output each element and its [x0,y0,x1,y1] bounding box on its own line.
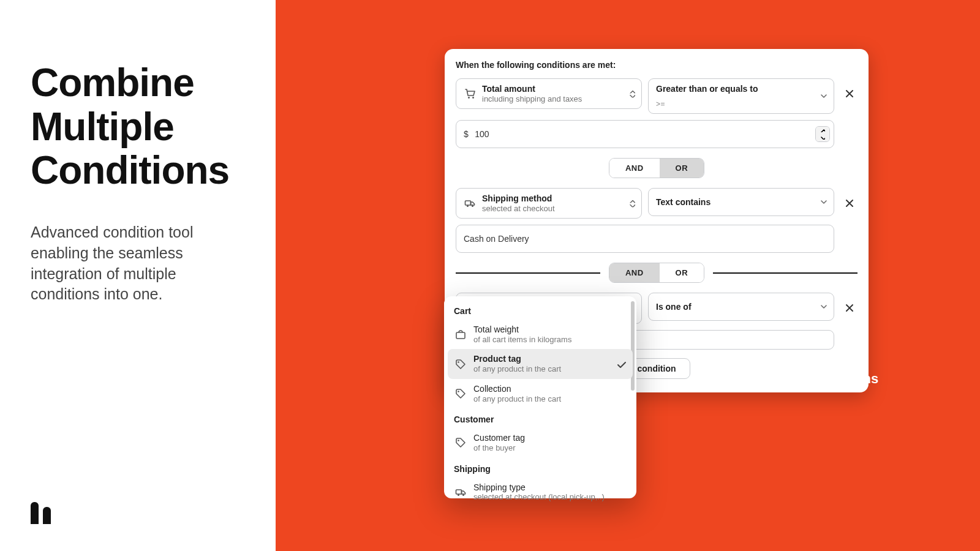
divider [456,272,600,274]
page-subtitle: Advanced condition tool enabling the sea… [31,222,245,305]
join-or-button[interactable]: OR [660,159,704,178]
join-or-button[interactable]: OR [660,263,704,282]
dropdown-item-sub: selected at checkout (local pick-up,..) [473,492,605,502]
currency-prefix: $ [464,129,469,139]
dropdown-item-sub: of any product in the cart [473,364,561,374]
title-line: Conditions [31,148,229,192]
dropdown-item-title: Shipping type [473,482,605,493]
weight-icon [454,328,467,341]
operator-title: Greater than or equals to [656,84,758,94]
remove-condition-button[interactable] [840,299,858,316]
amount-stepper [815,126,830,142]
tag-icon [454,358,467,371]
dropdown-item-collection[interactable]: Collection of any product in the cart [448,379,633,408]
operator-title: Is one of [656,302,692,312]
dropdown-item-sub: of any product in the cart [473,394,561,404]
page-title: Combine Multiple Conditions [31,61,245,193]
join-toggle: AND OR [609,158,704,178]
remove-condition-button[interactable] [840,84,858,102]
remove-condition-button[interactable] [840,194,858,211]
dropdown-item-title: Product tag [473,354,561,364]
operator-select[interactable]: Greater than or equals to >= [648,78,834,114]
truck-icon [464,197,476,209]
amount-input[interactable]: $ 100 [456,120,834,148]
tag-icon [454,436,467,449]
condition-dropdown: Cart Total weight of all cart items in k… [444,296,636,498]
sort-caret-icon [629,90,635,98]
dropdown-item-product-tag[interactable]: Product tag of any product in the cart [448,349,633,378]
condition-select[interactable]: Total amount including shipping and taxe… [456,78,642,109]
cart-icon [464,88,476,100]
dropdown-section-label: Customer [448,408,633,428]
operator-sub: >= [656,100,665,108]
dropdown-item-shipping-type[interactable]: Shipping type selected at checkout (loca… [448,478,633,507]
tag-icon [454,387,467,400]
text-value: Cash on Delivery [464,234,529,244]
card-header: When the following conditions are met: [456,60,858,70]
divider [713,272,858,274]
dropdown-item-total-weight[interactable]: Total weight of all cart items in kilogr… [448,320,633,349]
text-value-input[interactable]: Cash on Delivery [456,225,834,253]
dropdown-item-sub: of all cart items in kilograms [473,335,571,345]
join-and-button[interactable]: AND [609,159,660,178]
truck-icon [454,485,467,499]
check-icon [616,359,627,370]
brand-logo [31,502,53,524]
dropdown-section-label: Cart [448,300,633,320]
join-toggle: AND OR [609,263,704,283]
operator-select[interactable]: Is one of [648,293,834,321]
dropdown-section-label: Shipping [448,458,633,478]
sort-caret-icon [629,200,635,208]
condition-select[interactable]: Shipping method selected at checkout [456,188,642,219]
chevron-down-icon [820,94,827,99]
condition-title: Total amount [482,84,582,94]
operator-title: Text contains [656,197,710,207]
dropdown-item-sub: of the buyer [473,443,525,453]
chevron-down-icon [820,200,827,204]
title-line: Combine [31,61,194,105]
condition-title: Shipping method [482,193,555,204]
step-down-button[interactable] [816,134,829,141]
operator-select[interactable]: Text contains [648,188,834,216]
dropdown-item-customer-tag[interactable]: Customer tag of the buyer [448,428,633,457]
dropdown-item-title: Customer tag [473,433,525,443]
condition-sub: including shipping and taxes [482,94,582,104]
condition-sub: selected at checkout [482,204,555,214]
more-conditions-label: ...and 20+ more conditions [708,371,878,387]
step-up-button[interactable] [816,127,829,134]
dropdown-item-title: Total weight [473,324,571,335]
right-pane: When the following conditions are met: T… [276,0,980,551]
amount-value: 100 [475,129,489,139]
join-and-button[interactable]: AND [609,263,660,282]
title-line: Multiple [31,105,174,149]
chevron-down-icon [820,304,827,309]
left-info-pane: Combine Multiple Conditions Advanced con… [0,0,276,551]
dropdown-item-title: Collection [473,384,561,394]
